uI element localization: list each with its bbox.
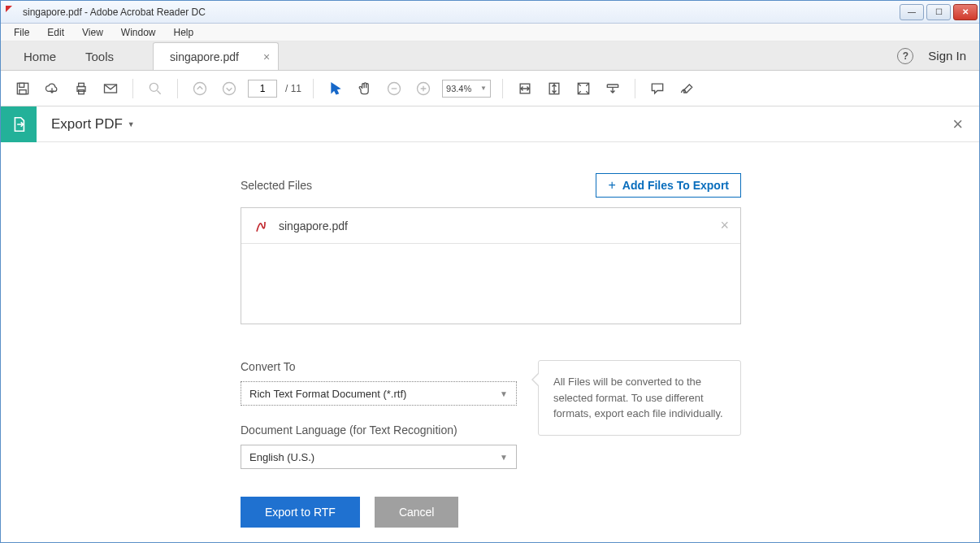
zoom-value: 93.4% bbox=[446, 84, 471, 93]
separator bbox=[635, 79, 635, 98]
convert-section: Convert To Rich Text Format Document (*.… bbox=[241, 360, 741, 469]
close-panel-icon[interactable]: × bbox=[952, 114, 963, 135]
svg-rect-2 bbox=[20, 89, 26, 93]
read-mode-icon[interactable] bbox=[602, 78, 623, 99]
menubar: File Edit View Window Help bbox=[1, 24, 979, 41]
caret-down-icon: ▼ bbox=[480, 85, 487, 92]
print-icon[interactable] bbox=[71, 78, 92, 99]
separator bbox=[313, 79, 314, 98]
tab-home[interactable]: Home bbox=[9, 42, 71, 70]
plus-icon: + bbox=[608, 178, 615, 193]
menu-file[interactable]: File bbox=[6, 25, 37, 40]
cancel-button[interactable]: Cancel bbox=[375, 497, 459, 528]
zoom-in-icon[interactable] bbox=[413, 78, 434, 99]
fit-width-icon[interactable] bbox=[514, 78, 536, 99]
file-row[interactable]: singapore.pdf × bbox=[241, 208, 740, 244]
file-name-label: singapore.pdf bbox=[279, 219, 710, 232]
titlebar: singapore.pdf - Adobe Acrobat Reader DC … bbox=[1, 1, 979, 24]
svg-rect-4 bbox=[79, 83, 85, 86]
selected-files-box: singapore.pdf × bbox=[241, 207, 741, 324]
export-body: Selected Files + Add Files To Export sin… bbox=[1, 142, 979, 528]
separator bbox=[132, 79, 133, 98]
document-language-select[interactable]: English (U.S.) ▼ bbox=[241, 445, 517, 469]
export-button[interactable]: Export to RTF bbox=[241, 497, 360, 528]
selected-files-label: Selected Files bbox=[241, 179, 312, 192]
window-title: singapore.pdf - Adobe Acrobat Reader DC bbox=[23, 7, 900, 18]
sign-icon[interactable] bbox=[676, 78, 697, 99]
tab-tools[interactable]: Tools bbox=[71, 42, 128, 70]
page-total-label: / 11 bbox=[285, 83, 301, 94]
info-bubble: All Files will be converted to the selec… bbox=[538, 360, 741, 436]
separator bbox=[502, 79, 503, 98]
selection-arrow-icon[interactable] bbox=[325, 78, 346, 99]
page-down-icon[interactable] bbox=[219, 78, 240, 99]
menu-edit[interactable]: Edit bbox=[39, 25, 72, 40]
menu-window[interactable]: Window bbox=[113, 25, 164, 40]
menu-help[interactable]: Help bbox=[166, 25, 202, 40]
caret-down-icon: ▼ bbox=[500, 453, 508, 462]
adobe-app-icon bbox=[6, 6, 19, 19]
search-icon[interactable] bbox=[145, 78, 166, 99]
separator bbox=[177, 79, 178, 98]
page-up-icon[interactable] bbox=[189, 78, 210, 99]
save-icon[interactable] bbox=[12, 78, 33, 99]
remove-file-icon[interactable]: × bbox=[720, 217, 729, 234]
svg-point-8 bbox=[194, 82, 206, 94]
document-language-value: English (U.S.) bbox=[249, 451, 314, 463]
svg-rect-1 bbox=[20, 83, 24, 87]
svg-point-9 bbox=[223, 82, 236, 94]
mail-icon[interactable] bbox=[100, 78, 121, 99]
hand-icon[interactable] bbox=[354, 78, 375, 99]
document-language-label: Document Language (for Text Recognition) bbox=[241, 424, 517, 437]
pdf-file-icon bbox=[253, 218, 269, 234]
convert-left: Convert To Rich Text Format Document (*.… bbox=[241, 360, 517, 469]
help-icon[interactable]: ? bbox=[897, 48, 913, 64]
info-text: All Files will be converted to the selec… bbox=[553, 376, 723, 419]
fullscreen-icon[interactable] bbox=[573, 78, 594, 99]
export-pdf-icon bbox=[1, 106, 37, 142]
action-row: Export to RTF Cancel bbox=[241, 497, 741, 528]
maximize-button[interactable]: ☐ bbox=[926, 4, 951, 20]
zoom-select[interactable]: 93.4% ▼ bbox=[442, 80, 491, 98]
tabbar: Home Tools singapore.pdf × ? Sign In bbox=[1, 41, 979, 71]
zoom-out-icon[interactable] bbox=[384, 78, 405, 99]
tab-document-label: singapore.pdf bbox=[170, 50, 239, 63]
tab-document[interactable]: singapore.pdf × bbox=[153, 42, 279, 70]
minimize-button[interactable]: — bbox=[900, 4, 924, 20]
svg-point-7 bbox=[150, 83, 158, 91]
convert-to-value: Rich Text Format Document (*.rtf) bbox=[249, 388, 406, 400]
convert-to-select[interactable]: Rich Text Format Document (*.rtf) ▼ bbox=[241, 381, 517, 406]
selected-files-row: Selected Files + Add Files To Export bbox=[241, 173, 741, 198]
tab-close-icon[interactable]: × bbox=[263, 50, 270, 63]
close-button[interactable]: ✕ bbox=[953, 4, 978, 20]
tabbar-right: ? Sign In bbox=[897, 41, 979, 70]
export-pdf-dropdown[interactable]: Export PDF ▼ bbox=[51, 116, 135, 132]
caret-down-icon: ▼ bbox=[500, 389, 508, 398]
export-pdf-header: Export PDF ▼ × bbox=[1, 106, 979, 142]
add-files-label: Add Files To Export bbox=[622, 179, 729, 192]
export-inner: Selected Files + Add Files To Export sin… bbox=[241, 173, 741, 528]
page-number-input[interactable] bbox=[248, 80, 277, 98]
cloud-icon[interactable] bbox=[41, 78, 63, 99]
fit-page-icon[interactable] bbox=[544, 78, 565, 99]
export-pdf-title: Export PDF bbox=[51, 116, 123, 132]
convert-to-label: Convert To bbox=[241, 360, 517, 373]
comment-icon[interactable] bbox=[647, 78, 668, 99]
caret-down-icon: ▼ bbox=[128, 120, 135, 128]
window-controls: — ☐ ✕ bbox=[900, 4, 978, 20]
svg-rect-5 bbox=[79, 89, 85, 93]
menu-view[interactable]: View bbox=[74, 25, 111, 40]
sign-in-link[interactable]: Sign In bbox=[928, 49, 966, 63]
toolbar: / 11 93.4% ▼ bbox=[1, 71, 979, 106]
add-files-button[interactable]: + Add Files To Export bbox=[596, 173, 741, 198]
